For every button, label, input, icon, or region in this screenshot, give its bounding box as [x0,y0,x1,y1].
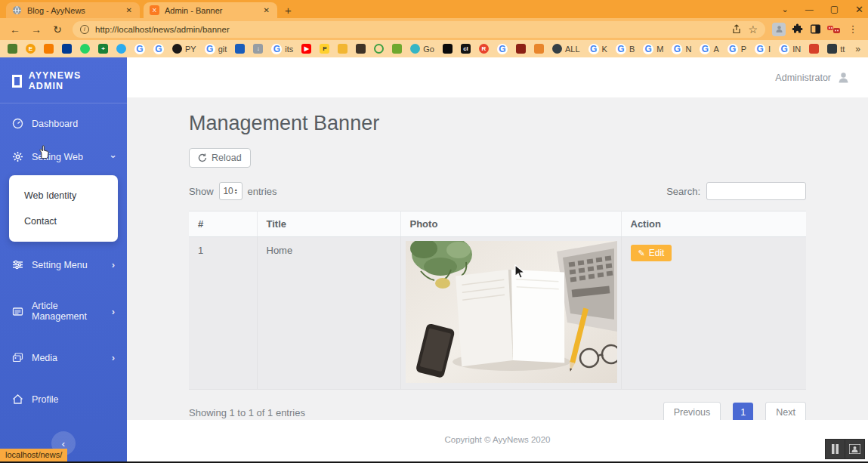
bookmark-globe[interactable]: ALL [552,44,580,54]
edit-button[interactable]: ✎ Edit [631,245,672,261]
submenu-item-web-identity[interactable]: Web Identity [9,183,118,208]
column-header-num[interactable]: # [189,211,257,237]
sidebar-item-setting-web[interactable]: Setting Web › [0,139,127,172]
bookmark-google[interactable]: GN [672,44,691,54]
pencil-icon: ✎ [638,248,645,258]
share-icon[interactable] [731,24,742,35]
go-icon [410,44,420,54]
reload-button[interactable]: Reload [189,148,251,168]
bookmark-go[interactable]: Go [410,44,434,54]
bookmark-label: P [741,45,746,54]
bookmark-star-icon[interactable]: ☆ [748,23,758,35]
pip-button[interactable] [845,440,864,458]
bookmark-label: K [602,45,607,54]
page-number-button[interactable]: 1 [733,403,753,421]
tab-blog-ayynews[interactable]: Blog - AyyNews ✕ [6,2,140,18]
tab-close-icon[interactable]: ✕ [125,6,134,14]
bookmark-github[interactable]: PY [172,44,196,54]
browser-menu-icon[interactable]: ⋮ [844,20,862,39]
bookmark-yandex[interactable]: R [479,44,489,54]
sidebar-item-dashboard[interactable]: Dashboard [0,108,127,139]
bookmarks-overflow-icon[interactable]: » [855,44,860,54]
extensions-puzzle-icon[interactable] [789,22,805,37]
cl-icon: cl [461,44,471,54]
bookmark-google[interactable]: G [497,44,508,54]
bookmark-analytics[interactable] [44,44,54,54]
column-header-photo[interactable]: Photo [400,211,621,237]
previous-page-button[interactable]: Previous [663,402,721,420]
flag-icon [235,44,245,54]
bookmark-bird[interactable] [443,44,453,54]
column-header-title[interactable]: Title [257,211,400,237]
github-icon [172,44,182,54]
page-length-select[interactable]: 10 ▲▼ [219,182,242,200]
sidebar-item-profile[interactable]: Profile [0,384,127,415]
page-title: Management Banner [189,112,806,135]
next-page-button[interactable]: Next [765,402,806,420]
bookmark-google[interactable]: G [153,44,164,54]
bookmark-printer[interactable]: tt [827,44,845,54]
bookmark-sheets[interactable]: + [98,44,108,54]
bookmark-google[interactable]: Ggit [205,44,227,54]
new-tab-button[interactable]: + [285,4,292,17]
table-header-row: # Title Photo Action [189,211,806,237]
window-maximize-icon[interactable]: ▢ [830,4,839,14]
sidebar-item-setting-menu[interactable]: Setting Menu › [0,249,127,280]
bookmark-cl[interactable]: cl [461,44,471,54]
forward-icon[interactable]: → [27,20,45,39]
extension-user-icon[interactable] [771,22,786,37]
bookmark-enhancer[interactable]: E [26,44,36,54]
bookmark-whatsapp[interactable] [80,44,90,54]
column-header-action[interactable]: Action [621,211,806,237]
reload-label: Reload [212,153,242,163]
user-icon[interactable] [837,71,850,84]
extension-badge-icon[interactable] [826,22,841,37]
bookmark-ieee[interactable] [62,44,72,54]
window-menu-icon[interactable]: ⌄ [782,5,789,14]
site-info-icon[interactable]: i [80,25,89,34]
bookmark-google[interactable]: GB [616,44,635,54]
leaf-icon [392,44,402,54]
reload-page-icon[interactable]: ↻ [48,20,66,39]
address-bar[interactable]: i http://localhost/news/admin/banner ☆ [73,21,765,38]
bookmark-download[interactable]: ↓ [253,44,263,54]
bookmark-bag[interactable] [356,44,366,54]
bookmark-google[interactable]: GIN [779,44,801,54]
bookmark-ppt[interactable] [809,44,819,54]
bookmark-youtube[interactable]: ▶ [301,44,311,54]
bookmark-flag[interactable] [235,44,245,54]
sidebar-item-media[interactable]: Media › [0,342,127,373]
newspaper-icon [12,306,23,317]
bookmark-p-file[interactable]: P [320,44,329,54]
submenu-item-contact[interactable]: Contact [9,208,118,234]
cell-title: Home [257,237,400,390]
pause-button[interactable] [826,440,845,458]
tab-close-icon[interactable]: ✕ [262,6,271,14]
back-icon[interactable]: ← [6,20,24,39]
bookmark-google[interactable]: GI [755,44,771,54]
bookmark-google[interactable]: Gits [271,44,293,54]
bookmark-ring[interactable] [374,44,384,54]
bookmark-label: A [713,45,718,54]
current-user-label[interactable]: Administrator [775,73,831,83]
bookmark-google[interactable]: GA [700,44,718,54]
bookmark-leaf[interactable] [392,44,402,54]
bookmark-camera[interactable] [338,44,348,54]
bookmark-matlab[interactable] [516,44,526,54]
bookmark-adsense[interactable] [8,44,17,54]
search-input[interactable] [706,182,806,200]
sidebar-panel-icon[interactable] [808,22,823,37]
sliders-icon [12,259,23,270]
sidebar-item-article-management[interactable]: Article Management › [0,291,127,332]
sidebar-item-label: Article Management [32,301,103,322]
bookmark-telegram[interactable] [116,44,126,54]
bookmark-google[interactable]: GP [727,44,746,54]
url-text[interactable]: http://localhost/news/admin/banner [95,25,725,34]
bookmark-google[interactable]: GM [643,44,663,54]
tab-admin-banner[interactable]: X Admin - Banner ✕ [144,2,277,18]
bookmark-google[interactable]: GK [588,44,607,54]
window-close-icon[interactable]: ✕ [855,4,863,15]
bookmark-google[interactable]: G [134,44,145,54]
bookmark-fox[interactable] [534,44,544,54]
window-minimize-icon[interactable]: — [805,5,814,14]
